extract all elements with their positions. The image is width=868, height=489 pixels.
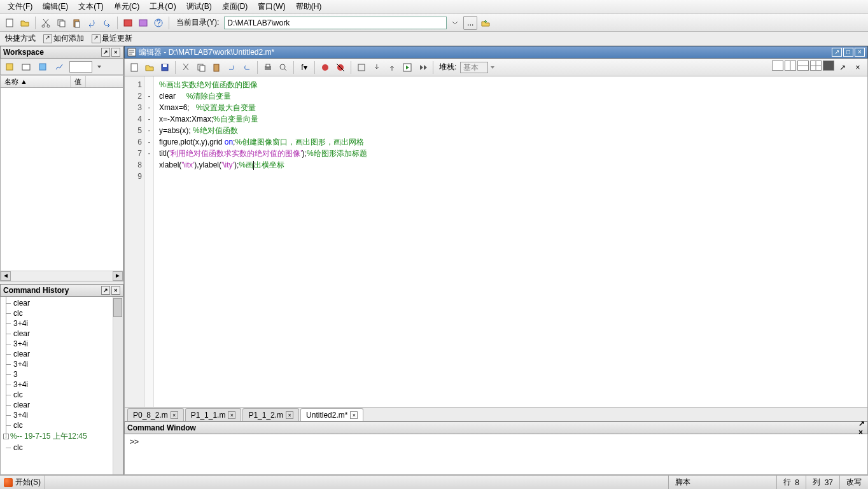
undo-icon[interactable] bbox=[85, 16, 99, 30]
history-item[interactable]: 3+4i bbox=[1, 318, 123, 329]
history-item[interactable]: clear bbox=[1, 298, 123, 308]
shortcut-item[interactable]: 快捷方式 bbox=[3, 33, 38, 44]
ws-plot-select[interactable] bbox=[69, 61, 92, 73]
close-icon[interactable]: × bbox=[111, 48, 120, 57]
undo-icon[interactable] bbox=[225, 60, 239, 74]
undock-icon[interactable]: ↗ bbox=[101, 286, 110, 295]
menu-window[interactable]: 窗口(W) bbox=[253, 0, 290, 13]
menu-tools[interactable]: 工具(O) bbox=[144, 0, 181, 13]
editor-tab[interactable]: P1_1_2.m× bbox=[242, 408, 299, 421]
editor-tab[interactable]: P0_8_2.m× bbox=[127, 408, 184, 421]
step-in-icon[interactable] bbox=[370, 60, 384, 74]
help-icon[interactable]: ? bbox=[151, 16, 165, 30]
layout-1-icon[interactable] bbox=[772, 60, 783, 71]
tab-close-icon[interactable]: × bbox=[350, 411, 358, 419]
redo-icon[interactable] bbox=[240, 60, 254, 74]
breakpoint-clear-icon[interactable] bbox=[333, 60, 347, 74]
history-item[interactable]: clc bbox=[1, 390, 123, 400]
scroll-right-icon[interactable]: ► bbox=[113, 271, 123, 281]
history-item[interactable]: 3+4i bbox=[1, 359, 123, 369]
history-item[interactable]: clc bbox=[1, 420, 123, 430]
paste-icon[interactable] bbox=[69, 16, 83, 30]
ws-new-icon[interactable] bbox=[3, 60, 16, 73]
run-icon[interactable] bbox=[400, 60, 414, 74]
curdir-dropdown-icon[interactable] bbox=[448, 16, 462, 30]
breakpoint-gutter[interactable]: ------ bbox=[145, 76, 154, 407]
maximize-icon[interactable]: □ bbox=[843, 48, 853, 57]
close-editor-icon[interactable]: × bbox=[851, 60, 865, 74]
dropdown-icon[interactable] bbox=[96, 64, 102, 70]
menu-file[interactable]: 文件(F) bbox=[3, 0, 38, 13]
svg-rect-13 bbox=[39, 64, 46, 70]
cut-icon[interactable] bbox=[39, 16, 53, 30]
menu-help[interactable]: 帮助(H) bbox=[291, 0, 327, 13]
new-file-icon[interactable] bbox=[3, 16, 17, 30]
undock-icon[interactable]: ↗ bbox=[858, 419, 865, 428]
find-icon[interactable] bbox=[276, 60, 290, 74]
history-item[interactable]: 3+4i bbox=[1, 379, 123, 390]
scroll-left-icon[interactable]: ◄ bbox=[1, 271, 11, 281]
shortcut-howto[interactable]: 如何添加 bbox=[41, 33, 87, 44]
menu-edit[interactable]: 编辑(E) bbox=[38, 0, 73, 13]
layout-2-icon[interactable] bbox=[785, 60, 796, 71]
history-item[interactable]: clc bbox=[1, 308, 123, 318]
tab-close-icon[interactable]: × bbox=[228, 411, 235, 419]
open-file-icon[interactable] bbox=[18, 16, 32, 30]
history-item[interactable]: 3+4i bbox=[1, 339, 123, 349]
save-icon[interactable] bbox=[158, 60, 172, 74]
undock-icon[interactable]: ↗ bbox=[101, 48, 110, 57]
shortcut-recent[interactable]: 最近更新 bbox=[89, 33, 135, 44]
close-icon[interactable]: × bbox=[855, 48, 865, 57]
guide-icon[interactable] bbox=[136, 16, 150, 30]
redo-icon[interactable] bbox=[100, 16, 114, 30]
paste-icon[interactable] bbox=[209, 60, 223, 74]
tab-close-icon[interactable]: × bbox=[171, 411, 178, 419]
copy-icon[interactable] bbox=[54, 16, 68, 30]
simulink-icon[interactable] bbox=[121, 16, 135, 30]
browse-folder-icon[interactable]: ... bbox=[463, 16, 477, 30]
ws-plot-icon[interactable] bbox=[53, 60, 66, 73]
close-icon[interactable]: × bbox=[111, 286, 120, 295]
command-window[interactable]: >> bbox=[124, 434, 868, 475]
menu-cell[interactable]: 单元(C) bbox=[109, 0, 145, 13]
cut-icon[interactable] bbox=[179, 60, 193, 74]
layout-float-icon[interactable] bbox=[823, 60, 834, 71]
history-item[interactable]: clear bbox=[1, 329, 123, 339]
up-folder-icon[interactable] bbox=[479, 16, 493, 30]
ws-col-name[interactable]: 名称 ▲ bbox=[1, 76, 71, 87]
menu-text[interactable]: 文本(T) bbox=[73, 0, 108, 13]
ws-open-icon[interactable] bbox=[20, 60, 32, 73]
ws-col-value[interactable]: 值 bbox=[71, 76, 86, 87]
editor-body[interactable]: 123456789 ------ %画出实数绝对值函数的图像clear %清除自… bbox=[124, 76, 868, 408]
tab-close-icon[interactable]: × bbox=[286, 411, 293, 419]
copy-icon[interactable] bbox=[194, 60, 208, 74]
dropdown-icon[interactable] bbox=[489, 64, 496, 71]
curdir-input[interactable] bbox=[224, 17, 447, 29]
history-item[interactable]: 3+4i bbox=[1, 410, 123, 420]
editor-tab[interactable]: P1_1_1.m× bbox=[185, 408, 242, 421]
start-button[interactable]: 开始(S) bbox=[0, 476, 45, 489]
code-area[interactable]: %画出实数绝对值函数的图像clear %清除自变量Xmax=6; %设置最大自变… bbox=[154, 76, 867, 407]
step-out-icon[interactable] bbox=[385, 60, 399, 74]
new-file-icon[interactable] bbox=[127, 60, 141, 74]
print-icon[interactable] bbox=[261, 60, 275, 74]
editor-tab[interactable]: Untitled2.m*× bbox=[300, 408, 363, 421]
open-file-icon[interactable] bbox=[143, 60, 157, 74]
ws-scrollbar[interactable]: ◄ ► bbox=[1, 271, 123, 281]
history-item[interactable]: clc bbox=[1, 443, 123, 453]
undock-icon[interactable]: ↗ bbox=[832, 48, 842, 57]
undock-editor-icon[interactable]: ↗ bbox=[836, 60, 850, 74]
stack-select[interactable]: 基本 bbox=[460, 62, 488, 73]
menu-desktop[interactable]: 桌面(D) bbox=[217, 0, 253, 13]
run-advance-icon[interactable] bbox=[416, 60, 430, 74]
menu-debug[interactable]: 调试(B) bbox=[181, 0, 217, 13]
layout-4-icon[interactable] bbox=[810, 60, 822, 71]
history-item[interactable]: clear bbox=[1, 349, 123, 359]
function-icon[interactable]: f▾ bbox=[297, 60, 311, 74]
ws-import-icon[interactable] bbox=[36, 60, 49, 73]
layout-3-icon[interactable] bbox=[797, 60, 809, 71]
breakpoint-set-icon[interactable] bbox=[318, 60, 332, 74]
step-icon[interactable] bbox=[354, 60, 368, 74]
history-item[interactable]: clear bbox=[1, 400, 123, 410]
history-item[interactable]: 3 bbox=[1, 369, 123, 379]
